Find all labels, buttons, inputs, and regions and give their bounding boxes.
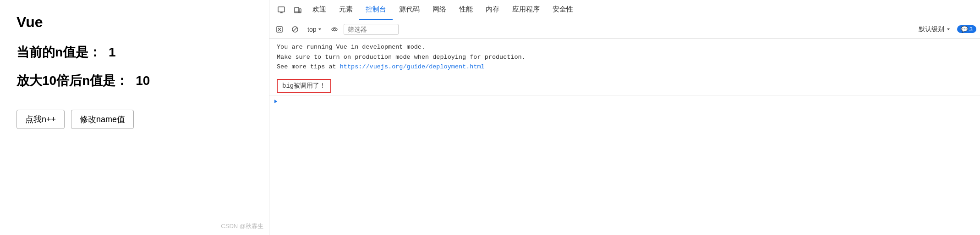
console-info-message: You are running Vue in development mode.… — [269, 39, 980, 76]
increment-button[interactable]: 点我n++ — [16, 110, 65, 129]
badge-count: 3 — [969, 26, 973, 33]
inspect-icon[interactable] — [273, 2, 290, 18]
tab-performance[interactable]: 性能 — [453, 0, 479, 20]
chevron-down-icon — [318, 27, 322, 32]
tab-console[interactable]: 控制台 — [359, 0, 393, 20]
filter-input[interactable] — [344, 24, 399, 35]
stat2-label: 放大10倍后n值是： — [16, 73, 128, 88]
console-toolbar: top 默认级别 💬 3 — [269, 20, 980, 39]
message-badge[interactable]: 💬 3 — [957, 25, 976, 33]
console-output: You are running Vue in development mode.… — [269, 39, 980, 235]
clear-console-icon[interactable] — [273, 23, 286, 36]
badge-chat-icon: 💬 — [961, 26, 968, 33]
console-log-entry: big被调用了！ — [269, 76, 980, 96]
chevron-down-icon-2 — [946, 27, 951, 32]
action-buttons: 点我n++ 修改name值 — [16, 110, 252, 129]
tab-elements[interactable]: 元素 — [333, 0, 359, 20]
watermark: CSDN @秋霖生 — [221, 222, 263, 230]
svg-line-11 — [293, 27, 297, 31]
svg-point-14 — [334, 28, 335, 30]
devtools-tab-bar: 欢迎 元素 控制台 源代码 网络 性能 内存 应用程序 安全性 — [269, 0, 980, 20]
eye-icon[interactable] — [328, 23, 341, 36]
tab-memory[interactable]: 内存 — [479, 0, 506, 20]
console-prompt[interactable] — [269, 96, 980, 107]
svg-marker-16 — [274, 100, 277, 103]
left-panel: Vue 当前的n值是：1 放大10倍后n值是：10 点我n++ 修改name值 … — [0, 0, 269, 235]
tab-application[interactable]: 应用程序 — [506, 0, 546, 20]
frame-label: top — [307, 26, 316, 33]
device-icon[interactable] — [290, 2, 306, 18]
tab-security[interactable]: 安全性 — [546, 0, 580, 20]
stat1-value: 1 — [109, 45, 116, 59]
stat2-line: 放大10倍后n值是：10 — [16, 72, 252, 90]
vue-deployment-link[interactable]: https://vuejs.org/guide/deployment.html — [340, 63, 485, 70]
change-name-button[interactable]: 修改name值 — [71, 110, 134, 129]
svg-marker-12 — [318, 28, 321, 30]
app-title: Vue — [16, 14, 252, 31]
block-icon[interactable] — [289, 23, 301, 36]
log-level-selector[interactable]: 默认级别 — [915, 24, 954, 35]
tab-welcome[interactable]: 欢迎 — [306, 0, 333, 20]
stat2-value: 10 — [136, 73, 150, 88]
stat1-line: 当前的n值是：1 — [16, 44, 252, 61]
tab-sources[interactable]: 源代码 — [393, 0, 426, 20]
frame-selector[interactable]: top — [304, 25, 325, 34]
chevron-right-icon — [273, 99, 279, 104]
svg-rect-0 — [278, 7, 285, 12]
svg-marker-15 — [947, 28, 950, 30]
devtools-panel: 欢迎 元素 控制台 源代码 网络 性能 内存 应用程序 安全性 — [269, 0, 980, 235]
stat1-label: 当前的n值是： — [16, 45, 101, 59]
log-text: big被调用了！ — [277, 79, 331, 93]
level-label: 默认级别 — [919, 25, 944, 34]
tab-network[interactable]: 网络 — [426, 0, 453, 20]
